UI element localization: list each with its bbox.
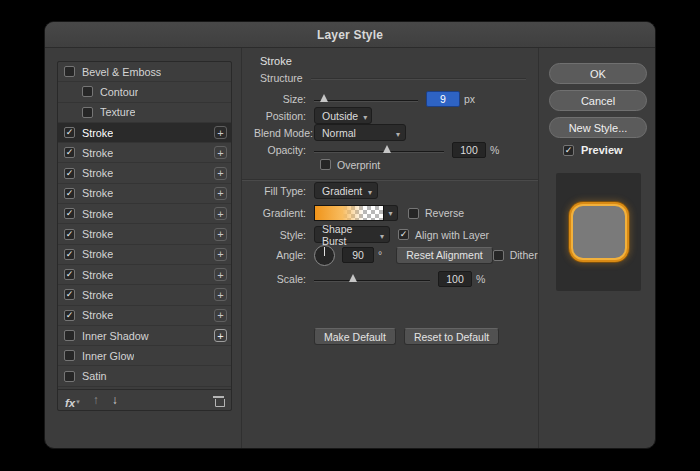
style-label: Stroke <box>82 248 113 260</box>
make-default-button[interactable]: Make Default <box>314 328 396 345</box>
style-dropdown[interactable]: Shape Burst <box>314 226 390 243</box>
layer-style-dialog: Layer Style Bevel & EmbossContourTexture… <box>44 21 656 449</box>
style-enabled-checkbox[interactable]: ✓ <box>64 249 75 260</box>
preview-toggle: ✓ Preview <box>563 144 623 156</box>
style-label: Satin <box>82 370 107 382</box>
style-enabled-checkbox[interactable]: ✓ <box>64 147 75 158</box>
style-enabled-checkbox[interactable]: ✓ <box>64 310 75 321</box>
style-enabled-checkbox[interactable]: ✓ <box>64 229 75 240</box>
angle-input[interactable]: 90 <box>342 247 374 263</box>
preview-label: Preview <box>581 144 623 156</box>
styles-panel: Bevel & EmbossContourTexture✓Stroke+✓Str… <box>57 61 232 411</box>
style-enabled-checkbox[interactable]: ✓ <box>64 168 75 179</box>
reset-to-default-button[interactable]: Reset to Default <box>404 328 499 345</box>
style-enabled-checkbox[interactable] <box>64 350 75 361</box>
preview-checkbox[interactable]: ✓ <box>563 145 574 156</box>
style-row-stroke[interactable]: ✓Stroke+ <box>58 306 231 326</box>
style-label: Stroke <box>82 269 113 281</box>
fill-type-value: Gradient <box>322 185 362 197</box>
ok-button[interactable]: OK <box>549 63 647 84</box>
style-row-stroke[interactable]: ✓Stroke+ <box>58 123 231 143</box>
position-value: Outside <box>322 110 358 122</box>
blend-mode-value: Normal <box>322 127 356 139</box>
style-enabled-checkbox[interactable] <box>64 371 75 382</box>
add-instance-button[interactable]: + <box>214 309 227 322</box>
style-label: Bevel & Emboss <box>82 66 161 78</box>
style-row-inner-glow[interactable]: Inner Glow <box>58 346 231 366</box>
gradient-picker-button[interactable] <box>384 205 398 221</box>
position-label: Position: <box>254 110 306 122</box>
style-enabled-checkbox[interactable]: ✓ <box>64 208 75 219</box>
slider-track <box>314 280 430 281</box>
size-slider[interactable] <box>314 92 418 106</box>
add-instance-button[interactable]: + <box>214 126 227 139</box>
slider-thumb-icon[interactable] <box>349 274 357 282</box>
style-label: Style: <box>254 229 306 241</box>
style-row-stroke[interactable]: ✓Stroke+ <box>58 184 231 204</box>
style-enabled-checkbox[interactable]: ✓ <box>64 188 75 199</box>
angle-dial[interactable] <box>314 245 335 266</box>
style-row-stroke[interactable]: ✓Stroke+ <box>58 224 231 244</box>
scale-slider[interactable] <box>314 272 430 286</box>
slider-thumb-icon[interactable] <box>320 94 328 102</box>
style-label: Stroke <box>82 289 113 301</box>
style-row-stroke[interactable]: ✓Stroke+ <box>58 285 231 305</box>
style-enabled-checkbox[interactable] <box>64 66 75 77</box>
overprint-checkbox[interactable] <box>320 159 331 170</box>
position-dropdown[interactable]: Outside <box>314 107 372 124</box>
fx-menu-button[interactable]: fx <box>65 391 80 409</box>
move-down-icon[interactable] <box>112 394 118 406</box>
add-instance-button[interactable]: + <box>214 228 227 241</box>
section-divider <box>242 179 538 180</box>
style-row-stroke[interactable]: ✓Stroke+ <box>58 143 231 163</box>
angle-row: Angle: 90 ° Reset Alignment Dither <box>254 244 528 266</box>
dialog-titlebar[interactable]: Layer Style <box>45 22 655 48</box>
style-row-inner-shadow[interactable]: Inner Shadow+ <box>58 326 231 346</box>
dither-checkbox[interactable] <box>493 250 504 261</box>
fill-type-dropdown[interactable]: Gradient <box>314 182 378 199</box>
style-row-contour[interactable]: Contour <box>58 82 231 102</box>
style-label: Stroke <box>82 228 113 240</box>
style-enabled-checkbox[interactable]: ✓ <box>64 289 75 300</box>
style-row-bevel-emboss[interactable]: Bevel & Emboss <box>58 62 231 82</box>
reverse-checkbox[interactable] <box>408 208 419 219</box>
cancel-button[interactable]: Cancel <box>549 90 647 111</box>
slider-thumb-icon[interactable] <box>383 145 391 153</box>
style-enabled-checkbox[interactable]: ✓ <box>64 269 75 280</box>
opacity-unit: % <box>490 144 499 156</box>
style-enabled-checkbox[interactable] <box>82 107 93 118</box>
add-instance-button[interactable]: + <box>214 187 227 200</box>
move-up-icon[interactable] <box>93 394 99 406</box>
opacity-slider[interactable] <box>314 143 444 157</box>
style-row-stroke[interactable]: ✓Stroke+ <box>58 245 231 265</box>
style-row-satin[interactable]: Satin <box>58 366 231 386</box>
new-style-button[interactable]: New Style... <box>549 117 647 138</box>
style-row-texture[interactable]: Texture <box>58 103 231 123</box>
position-row: Position: Outside <box>254 107 528 124</box>
add-instance-button[interactable]: + <box>214 167 227 180</box>
delete-style-icon[interactable] <box>213 394 224 406</box>
style-preview <box>556 173 641 291</box>
add-instance-button[interactable]: + <box>214 248 227 261</box>
add-instance-button[interactable]: + <box>214 207 227 220</box>
align-with-layer-checkbox[interactable]: ✓ <box>398 229 409 240</box>
style-enabled-checkbox[interactable]: ✓ <box>64 127 75 138</box>
size-input[interactable]: 9 <box>426 91 460 107</box>
style-row-stroke[interactable]: ✓Stroke+ <box>58 204 231 224</box>
style-enabled-checkbox[interactable] <box>64 330 75 341</box>
styles-footer: fx <box>58 389 231 410</box>
style-row-stroke[interactable]: ✓Stroke+ <box>58 265 231 285</box>
add-instance-button[interactable]: + <box>214 288 227 301</box>
style-row-stroke[interactable]: ✓Stroke+ <box>58 163 231 183</box>
blend-mode-dropdown[interactable]: Normal <box>314 124 406 141</box>
add-instance-button[interactable]: + <box>214 268 227 281</box>
gradient-swatch[interactable] <box>314 205 384 221</box>
angle-unit: ° <box>378 249 382 261</box>
add-instance-button[interactable]: + <box>214 146 227 159</box>
scale-input[interactable]: 100 <box>438 271 472 287</box>
chevron-down-icon <box>363 185 372 197</box>
defaults-row: Make Default Reset to Default <box>254 328 528 345</box>
reset-alignment-button[interactable]: Reset Alignment <box>396 247 492 264</box>
style-enabled-checkbox[interactable] <box>82 86 93 97</box>
add-instance-button[interactable]: + <box>214 329 227 342</box>
